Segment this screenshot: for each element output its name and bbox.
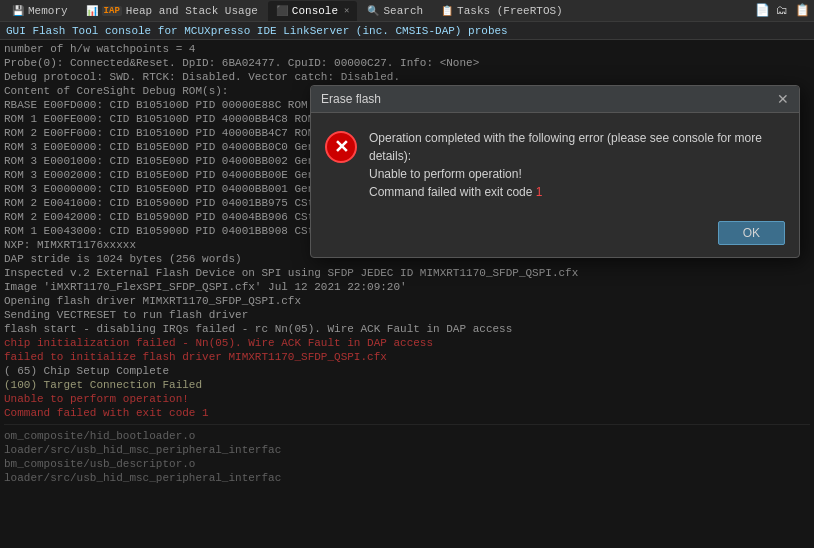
modal-exit-code: 1	[536, 185, 543, 199]
tab-console[interactable]: ⬛ Console ✕	[268, 1, 358, 21]
toolbar-icon-3[interactable]: 📋	[794, 3, 810, 19]
modal-message-line1: Operation completed with the following e…	[369, 131, 762, 163]
error-icon: ✕	[325, 131, 357, 163]
memory-icon: 💾	[12, 5, 24, 17]
modal-body: ✕ Operation completed with the following…	[311, 113, 799, 213]
toolbar-icon-2[interactable]: 🗂	[774, 3, 790, 19]
tab-console-label: Console	[292, 5, 338, 17]
modal-message-line3: Command failed with exit code	[369, 185, 536, 199]
search-tab-icon: 🔍	[367, 5, 379, 17]
tab-heap-label: Heap and Stack Usage	[126, 5, 258, 17]
tab-bar: 💾 Memory 📊 IAP Heap and Stack Usage ⬛ Co…	[0, 0, 814, 22]
tasks-icon: 📋	[441, 5, 453, 17]
tab-tasks-label: Tasks (FreeRTOS)	[457, 5, 563, 17]
console-close-icon[interactable]: ✕	[344, 5, 349, 16]
toolbar-icon-1[interactable]: 📄	[754, 3, 770, 19]
iap-badge: IAP	[102, 6, 122, 16]
tab-heap[interactable]: 📊 IAP Heap and Stack Usage	[78, 1, 266, 21]
toolbar-right: 📄 🗂 📋	[754, 3, 810, 19]
modal-footer: OK	[311, 213, 799, 257]
sub-header: GUI Flash Tool console for MCUXpresso ID…	[0, 22, 814, 40]
modal-overlay: Erase flash ✕ ✕ Operation completed with…	[0, 40, 814, 548]
sub-header-text: GUI Flash Tool console for MCUXpresso ID…	[6, 25, 508, 37]
erase-flash-dialog: Erase flash ✕ ✕ Operation completed with…	[310, 85, 800, 258]
modal-close-button[interactable]: ✕	[777, 92, 789, 106]
modal-message: Operation completed with the following e…	[369, 129, 785, 201]
tab-tasks[interactable]: 📋 Tasks (FreeRTOS)	[433, 1, 571, 21]
modal-message-line2: Unable to perform operation!	[369, 167, 522, 181]
tab-memory-label: Memory	[28, 5, 68, 17]
heap-icon: 📊	[86, 5, 98, 17]
tab-search-label: Search	[383, 5, 423, 17]
tab-search[interactable]: 🔍 Search	[359, 1, 431, 21]
modal-titlebar: Erase flash ✕	[311, 86, 799, 113]
tab-memory[interactable]: 💾 Memory	[4, 1, 76, 21]
modal-title: Erase flash	[321, 92, 381, 106]
ok-button[interactable]: OK	[718, 221, 785, 245]
console-area[interactable]: number of h/w watchpoints = 4Probe(0): C…	[0, 40, 814, 548]
console-icon: ⬛	[276, 5, 288, 17]
